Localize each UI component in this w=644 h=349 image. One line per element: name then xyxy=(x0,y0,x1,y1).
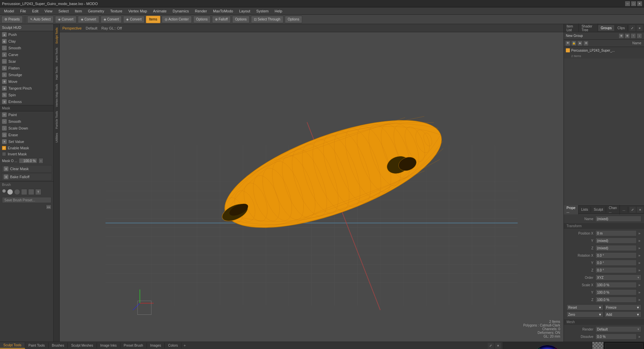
invert-mask-checkbox[interactable]: Invert Mask xyxy=(0,151,53,157)
mask-tool-smooth[interactable]: ~ Smooth xyxy=(0,118,53,125)
name-prop-value[interactable]: (mixed) xyxy=(595,216,641,222)
ptab-properties[interactable]: Prope ... xyxy=(564,205,579,214)
tool-scar[interactable]: — Scar xyxy=(0,58,53,65)
groups-icon-b[interactable]: 🔒 xyxy=(571,41,577,46)
props-menu-btn[interactable]: ≡ xyxy=(637,206,643,213)
menu-view[interactable]: View xyxy=(42,8,55,14)
minimize-button[interactable]: ─ xyxy=(625,1,630,6)
tool-clay[interactable]: ◐ Clay xyxy=(0,38,53,45)
ptab-more[interactable]: ... xyxy=(620,207,628,212)
tool-carve[interactable]: ∧ Carve xyxy=(0,51,53,58)
menu-geometry[interactable]: Geometry xyxy=(85,8,107,14)
vtab-paint-tools[interactable]: Paint Tools xyxy=(54,46,59,64)
brush-circle-medium[interactable] xyxy=(7,189,13,195)
mask-tool-scaledown[interactable]: ↓ Scale Down xyxy=(0,125,53,132)
brush-star[interactable] xyxy=(28,189,34,195)
menu-model[interactable]: Model xyxy=(1,8,17,14)
groups-icon-d[interactable]: ⚙ xyxy=(583,41,589,46)
menu-select[interactable]: Select xyxy=(56,8,71,14)
tool-smudge[interactable]: ≈ Smudge xyxy=(0,71,53,78)
mask-opacity-input[interactable] xyxy=(19,158,37,163)
action-center-button[interactable]: ◎ Action Center xyxy=(162,16,192,23)
convert-btn-1[interactable]: ◈ Convert xyxy=(55,16,76,23)
groups-icon-3[interactable]: ↑ xyxy=(631,33,636,39)
ptab-lists[interactable]: Lists xyxy=(579,207,591,212)
items-button[interactable]: Items xyxy=(146,16,160,23)
bottom-panel-menu-btn[interactable]: ≡ xyxy=(495,342,501,349)
options-btn-1[interactable]: Options xyxy=(193,16,211,23)
groups-icon-1[interactable]: ⊕ xyxy=(619,33,624,39)
autoselect-button[interactable]: ↖ Auto Select xyxy=(27,16,54,23)
groups-icon-a[interactable]: 👁 xyxy=(565,41,571,46)
right-panel-expand-btn[interactable]: ⤢ xyxy=(629,25,636,32)
scale-y-value[interactable]: 100.0 % xyxy=(595,289,637,295)
color-wheel-svg[interactable] xyxy=(526,344,569,349)
btab-add[interactable]: + xyxy=(181,342,188,349)
vtab-vertex-map-tools[interactable]: Vertex Map Tools xyxy=(54,82,59,109)
add-button[interactable]: Add▼ xyxy=(604,311,641,317)
ptab-channels[interactable]: Chan ... xyxy=(606,205,620,214)
clear-mask-button[interactable]: ⊗ Clear Mask xyxy=(1,165,52,172)
vtab-utilities[interactable]: Utilities xyxy=(54,131,59,145)
brush-square[interactable] xyxy=(21,189,27,195)
tool-tangent-pinch[interactable]: ◈ Tangent Pinch xyxy=(0,85,53,92)
menu-vertexmap[interactable]: Vertex Map xyxy=(126,8,150,14)
tool-flatten[interactable]: ≡ Flatten xyxy=(0,65,53,71)
convert-btn-4[interactable]: ◈ Convert xyxy=(123,16,145,23)
btab-paint-tools[interactable]: Paint Tools xyxy=(25,343,49,348)
menu-texture[interactable]: Texture xyxy=(108,8,125,14)
menu-maxtomodo[interactable]: MaxToModo xyxy=(210,8,236,14)
ptab-sculpt[interactable]: Sculpt xyxy=(591,207,606,212)
freeze-button[interactable]: Freeze▼ xyxy=(604,304,641,310)
btab-images[interactable]: Images xyxy=(147,343,165,348)
mask-opacity-toggle[interactable]: ○ xyxy=(39,158,43,163)
brush-text-shape[interactable]: T xyxy=(35,189,41,195)
menu-edit[interactable]: Edit xyxy=(30,8,41,14)
close-button[interactable]: ✕ xyxy=(637,1,642,6)
options-btn-2[interactable]: Options xyxy=(232,16,250,23)
rotation-y-value[interactable]: 0.0 ° xyxy=(595,260,637,266)
expand-arrow-button[interactable]: >> xyxy=(46,205,51,209)
props-expand-btn[interactable]: ⤢ xyxy=(629,206,636,213)
rtab-shader-tree[interactable]: Shader Tree xyxy=(579,23,598,33)
groups-icon-c[interactable]: ◈ xyxy=(577,41,583,46)
position-z-value[interactable]: (mixed) xyxy=(595,245,637,251)
menu-animate[interactable]: Animate xyxy=(150,8,169,14)
rtab-clips[interactable]: Clips xyxy=(615,25,628,31)
rtab-groups[interactable]: Groups xyxy=(598,25,615,31)
menu-item[interactable]: Item xyxy=(72,8,85,14)
scale-x-value[interactable]: 100.0 % xyxy=(595,282,637,288)
new-group-label[interactable]: New Group xyxy=(566,34,583,38)
tool-erase[interactable]: ◻ Erase xyxy=(0,132,53,138)
save-preset-button[interactable]: Save Brush Preset... xyxy=(2,197,51,203)
bake-falloff-button[interactable]: ⊕ Bake Falloff xyxy=(1,173,52,181)
menu-help[interactable]: Help xyxy=(272,8,285,14)
mask-tool-paint[interactable]: ✏ Paint xyxy=(0,111,53,118)
order-value[interactable]: XYZ ▼ xyxy=(595,275,641,281)
dissolve-value[interactable]: 0.0 % xyxy=(595,334,637,340)
btab-sculpt-tools[interactable]: Sculpt Tools xyxy=(0,342,25,349)
menu-dynamics[interactable]: Dynamics xyxy=(170,8,192,14)
select-through-button[interactable]: ⊡ Select Through xyxy=(251,16,283,23)
vtab-particle-tools[interactable]: Particle Tools xyxy=(54,109,59,131)
enable-mask-checkbox[interactable]: ✓ Enable Mask xyxy=(0,145,53,151)
tool-move[interactable]: ✥ Move xyxy=(0,78,53,85)
brush-circle-large[interactable] xyxy=(14,189,20,195)
rtab-item-list[interactable]: Item List xyxy=(564,23,579,33)
brush-circle-small[interactable] xyxy=(2,189,6,193)
btab-brushes[interactable]: Brushes xyxy=(49,343,68,348)
groups-icon-2[interactable]: ⊗ xyxy=(625,33,630,39)
btab-colors[interactable]: Colors xyxy=(165,343,181,348)
tool-emboss[interactable]: ⊕ Emboss xyxy=(0,98,53,105)
tool-smooth[interactable]: ~ Smooth xyxy=(0,45,53,51)
falloff-button[interactable]: ⊕ Falloff xyxy=(212,16,231,23)
vtab-sculpt-tools[interactable]: Sculpt Tools xyxy=(54,26,59,46)
options-btn-3[interactable]: Options xyxy=(285,16,302,23)
tool-spin[interactable]: ↻ Spin xyxy=(0,92,53,98)
zero-button[interactable]: Zero▼ xyxy=(567,311,603,317)
right-panel-menu-btn[interactable]: ≡ xyxy=(636,25,643,32)
menu-system[interactable]: System xyxy=(254,8,271,14)
position-x-value[interactable]: 0 m xyxy=(595,230,637,236)
tool-setvalue[interactable]: ✦ Set Value xyxy=(0,138,53,145)
viewport-3d[interactable]: Perspective Default Ray GL:: Off ⌂ 🔍 ⊡ ⤢… xyxy=(60,24,564,342)
